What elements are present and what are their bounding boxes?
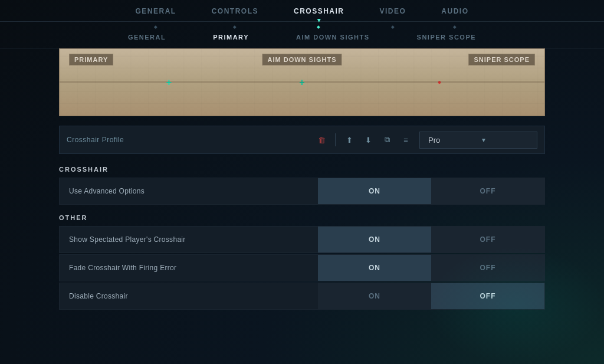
delete-profile-button[interactable]: 🗑	[313, 131, 330, 149]
icon-divider	[335, 133, 336, 146]
show-spectated-toggle: On Off	[318, 227, 544, 252]
fade-crosshair-off-button[interactable]: Off	[431, 255, 544, 281]
main-content: PRIMARY AIM DOWN SIGHTS SNIPER SCOPE + +…	[0, 48, 604, 310]
crosshair-section: CROSSHAIR Use Advanced Options On Off	[59, 166, 545, 205]
fade-crosshair-row: Fade Crosshair With Firing Error On Off	[59, 254, 545, 281]
sub-nav-general[interactable]: GENERAL	[128, 34, 166, 41]
use-advanced-options-on-button[interactable]: On	[318, 178, 431, 204]
crosshair-ads: +	[299, 77, 304, 88]
disable-crosshair-toggle: On Off	[318, 283, 544, 309]
crosshair-section-header: CROSSHAIR	[59, 166, 545, 173]
show-spectated-row: Show Spectated Player's Crosshair On Off	[59, 226, 545, 253]
nav-item-crosshair[interactable]: CROSSHAIR	[294, 7, 344, 21]
other-section-header: OTHER	[59, 214, 545, 221]
upload-profile-button[interactable]: ⬆	[340, 131, 358, 149]
download-profile-button[interactable]: ⬇	[359, 131, 377, 149]
fade-crosshair-on-button[interactable]: On	[318, 255, 431, 281]
use-advanced-options-off-button[interactable]: Off	[431, 178, 544, 204]
nav-item-controls[interactable]: CONTROLS	[212, 7, 258, 21]
profile-bar: Crosshair Profile 🗑 ⬆ ⬇ ⧉ ≡ Pro ▼	[59, 126, 545, 154]
crosshair-sniper: •	[438, 77, 441, 88]
disable-crosshair-row: Disable Crosshair On Off	[59, 283, 545, 310]
profile-dropdown[interactable]: Pro ▼	[419, 132, 537, 149]
show-spectated-off-button[interactable]: Off	[431, 227, 544, 252]
sub-nav-sniper[interactable]: SNIPER SCOPE	[417, 34, 477, 41]
other-section: OTHER Show Spectated Player's Crosshair …	[59, 214, 545, 310]
preview-label-sniper: SNIPER SCOPE	[468, 54, 535, 65]
show-spectated-on-button[interactable]: On	[318, 227, 431, 252]
use-advanced-options-toggle: On Off	[318, 178, 544, 204]
sub-nav-ads[interactable]: AIM DOWN SIGHTS	[296, 34, 370, 41]
copy-profile-button[interactable]: ⧉	[378, 131, 396, 149]
disable-crosshair-off-button[interactable]: Off	[431, 283, 544, 309]
preview-label-ads: AIM DOWN SIGHTS	[262, 54, 342, 65]
nav-item-general[interactable]: GENERAL	[135, 7, 176, 21]
use-advanced-options-label: Use Advanced Options	[60, 187, 318, 195]
crosshair-primary: +	[166, 77, 172, 88]
import-profile-button[interactable]: ≡	[397, 131, 415, 149]
profile-label: Crosshair Profile	[67, 136, 313, 144]
dropdown-arrow-icon: ▼	[481, 137, 528, 143]
nav-item-audio[interactable]: AUDIO	[441, 7, 468, 21]
top-navigation: GENERAL CONTROLS CROSSHAIR VIDEO AUDIO	[0, 0, 604, 22]
sub-navigation: GENERAL PRIMARY AIM DOWN SIGHTS SNIPER S…	[0, 22, 604, 48]
fade-crosshair-label: Fade Crosshair With Firing Error	[60, 264, 318, 272]
fade-crosshair-toggle: On Off	[318, 255, 544, 281]
nav-item-video[interactable]: VIDEO	[380, 7, 406, 21]
crosshair-preview: PRIMARY AIM DOWN SIGHTS SNIPER SCOPE + +…	[59, 48, 545, 116]
profile-dropdown-value: Pro	[428, 136, 476, 145]
show-spectated-label: Show Spectated Player's Crosshair	[60, 235, 318, 244]
sub-nav-primary[interactable]: PRIMARY	[213, 34, 249, 41]
profile-icons: 🗑 ⬆ ⬇ ⧉ ≡	[313, 131, 415, 149]
preview-label-primary: PRIMARY	[69, 54, 113, 65]
disable-crosshair-label: Disable Crosshair	[60, 292, 318, 300]
use-advanced-options-row: Use Advanced Options On Off	[59, 178, 545, 205]
disable-crosshair-on-button[interactable]: On	[318, 283, 431, 309]
